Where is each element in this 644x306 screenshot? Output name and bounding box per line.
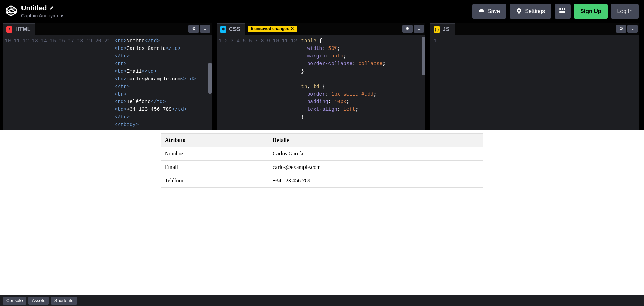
table-cell: Email [161,161,269,174]
preview-pane: AtributoDetalle NombreCarlos GarcíaEmail… [0,130,644,295]
unsaved-badge[interactable]: 5 unsaved changes ✕ [248,26,297,32]
js-pane-header: ( ) JS ⚙ ⌄ [430,22,639,35]
signup-button[interactable]: Sign Up [574,4,607,19]
table-row: Teléfono+34 123 456 789 [161,174,483,188]
js-chevron-button[interactable]: ⌄ [627,25,638,33]
js-pane: ( ) JS ⚙ ⌄ 1 [430,22,639,130]
title-group: Untitled Captain Anonymous [21,4,64,18]
html-pane-header: / HTML ⚙ ⌄ [3,22,212,35]
table-header-row: AtributoDetalle [161,134,483,147]
edit-icon[interactable] [50,6,54,11]
js-code[interactable] [440,35,441,130]
css-gutter: 1 2 3 4 5 6 7 8 9 10 11 12 [217,35,300,130]
svg-rect-0 [559,8,561,10]
html-chevron-button[interactable]: ⌄ [200,25,210,33]
gear-icon: ⚙ [192,26,196,31]
chevron-down-icon: ⌄ [417,26,421,31]
pen-author[interactable]: Captain Anonymous [21,13,64,18]
html-editor[interactable]: 10 11 12 13 14 15 16 17 18 19 20 21 <td>… [3,35,212,130]
css-pane: ✱ CSS 5 unsaved changes ✕ ⚙ ⌄ 1 2 3 4 5 … [217,22,425,130]
html-icon: / [6,26,12,33]
js-tab[interactable]: ( ) JS [430,23,455,35]
header-actions: Save Settings Sign Up Log In [472,4,639,19]
chevron-down-icon: ⌄ [631,26,634,31]
assets-button[interactable]: Assets [28,297,49,305]
html-gutter: 10 11 12 13 14 15 16 17 18 19 20 21 [3,35,113,130]
gear-icon [516,8,522,15]
pen-title-text: Untitled [21,4,47,12]
settings-button[interactable]: Settings [510,4,551,19]
table-cell: Teléfono [161,174,269,188]
css-icon: ✱ [220,26,226,33]
gear-icon: ⚙ [406,26,409,31]
layout-icon [559,8,566,15]
console-button[interactable]: Console [3,297,26,305]
table-cell: Nombre [161,147,269,161]
js-label: JS [443,26,450,33]
pen-title[interactable]: Untitled [21,4,64,12]
close-icon[interactable]: ✕ [291,26,294,31]
preview-table: AtributoDetalle NombreCarlos GarcíaEmail… [161,133,483,188]
css-tab[interactable]: ✱ CSS [217,23,245,35]
css-label: CSS [229,26,240,33]
save-label: Save [487,8,500,15]
gear-icon: ⚙ [619,26,623,31]
svg-rect-1 [562,8,563,10]
js-settings-button[interactable]: ⚙ [616,25,626,33]
svg-rect-3 [559,11,565,13]
table-row: Emailcarlos@example.com [161,161,483,174]
signup-label: Sign Up [580,8,601,15]
html-pane: / HTML ⚙ ⌄ 10 11 12 13 14 15 16 17 18 19… [3,22,212,130]
codepen-logo[interactable] [5,5,17,18]
html-tab[interactable]: / HTML [3,23,35,35]
css-settings-button[interactable]: ⚙ [402,25,413,33]
svg-rect-2 [564,8,565,10]
layout-button[interactable] [555,4,571,19]
footer: Console Assets Shortcuts [0,295,644,306]
table-cell: +34 123 456 789 [269,174,483,188]
html-code[interactable]: <td>Nombre</td> <td>Carlos García</td> <… [113,35,196,130]
html-label: HTML [15,26,30,33]
save-button[interactable]: Save [472,4,506,19]
html-settings-button[interactable]: ⚙ [188,25,199,33]
login-button[interactable]: Log In [611,4,639,19]
table-cell: carlos@example.com [269,161,483,174]
css-chevron-button[interactable]: ⌄ [414,25,424,33]
css-code[interactable]: table { width: 50%; margin: auto; border… [300,35,386,130]
css-scrollbar[interactable] [422,37,425,75]
shortcuts-button[interactable]: Shortcuts [51,297,77,305]
js-gutter: 1 [430,35,440,130]
table-header-cell: Detalle [269,134,483,147]
css-editor[interactable]: 1 2 3 4 5 6 7 8 9 10 11 12 table { width… [217,35,425,130]
editor-area: / HTML ⚙ ⌄ 10 11 12 13 14 15 16 17 18 19… [0,22,644,130]
table-cell: Carlos García [269,147,483,161]
css-pane-header: ✱ CSS 5 unsaved changes ✕ ⚙ ⌄ [217,22,425,35]
login-label: Log In [617,8,633,15]
settings-label: Settings [525,8,545,15]
js-icon: ( ) [434,26,440,33]
chevron-down-icon: ⌄ [203,26,207,31]
unsaved-text: 5 unsaved changes [251,26,289,31]
js-editor[interactable]: 1 [430,35,639,130]
table-row: NombreCarlos García [161,147,483,161]
app-header: Untitled Captain Anonymous Save Settings… [0,0,644,22]
html-scrollbar[interactable] [208,63,212,94]
table-header-cell: Atributo [161,134,269,147]
cloud-icon [478,8,485,15]
